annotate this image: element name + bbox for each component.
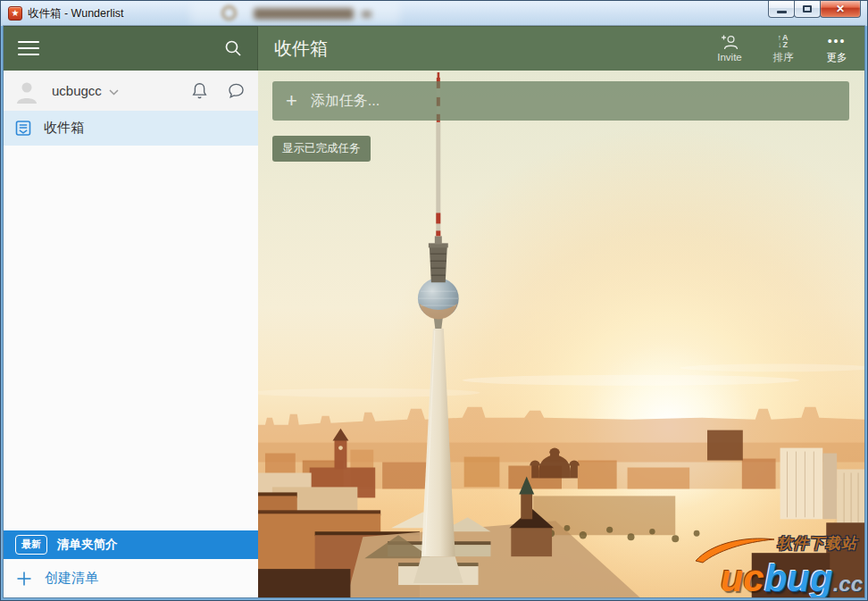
watermark-logo-text: ucbug.cc — [721, 560, 863, 597]
minimize-icon — [777, 11, 787, 13]
create-list-button[interactable]: 创建清单 — [4, 559, 258, 597]
invite-button[interactable]: Invite — [714, 34, 745, 63]
watermark-uc: uc — [721, 557, 764, 597]
menu-icon[interactable] — [18, 37, 39, 60]
username: ucbugcc — [52, 83, 102, 98]
sidebar: ucbugcc — [4, 26, 258, 597]
conversations-button[interactable] — [227, 81, 246, 100]
background-photo: + 添加任务... 显示已完成任务 软件下载站 ucbug.cc — [258, 71, 864, 597]
background-window-artifact — [362, 11, 371, 18]
list-header: 收件箱 Invite — [258, 26, 864, 71]
watermark-cc: .cc — [833, 572, 863, 596]
close-icon: ✕ — [836, 4, 845, 14]
app-window: ★ 收件箱 - Wunderlist ✕ — [0, 0, 868, 601]
more-label: 更多 — [827, 51, 847, 64]
chat-bubble-icon — [227, 81, 246, 100]
sort-label: 排序 — [773, 51, 794, 64]
add-task-placeholder: 添加任务... — [311, 92, 380, 111]
sort-icon: ↑A ↓Z — [778, 33, 789, 49]
page-title: 收件箱 — [274, 37, 328, 61]
chevron-down-icon — [109, 89, 119, 96]
create-list-label: 创建清单 — [45, 570, 98, 587]
ellipsis-icon: ••• — [828, 37, 847, 46]
maximize-icon — [803, 5, 812, 13]
bell-icon — [190, 81, 209, 100]
close-button[interactable]: ✕ — [820, 1, 861, 18]
sort-button[interactable]: ↑A ↓Z 排序 — [768, 33, 798, 64]
search-icon — [223, 38, 243, 58]
background-window-artifact — [221, 5, 237, 21]
list-toolbar: Invite ↑A ↓Z 排序 ••• 更多 — [691, 33, 852, 64]
avatar — [14, 79, 39, 104]
add-person-icon — [720, 34, 739, 50]
main-panel: 收件箱 Invite — [258, 26, 864, 597]
window-content: ucbugcc — [4, 26, 864, 597]
show-completed-button[interactable]: 显示已完成任务 — [272, 136, 371, 162]
minimize-button[interactable] — [768, 1, 795, 18]
folder-intro-label: 清单夹简介 — [57, 537, 118, 553]
new-badge: 最新 — [15, 535, 47, 555]
window-controls: ✕ — [769, 1, 861, 18]
window-title: 收件箱 - Wunderlist — [28, 6, 123, 21]
sidebar-item-inbox[interactable]: 收件箱 — [4, 111, 258, 146]
sidebar-topbar — [4, 26, 258, 71]
invite-label: Invite — [717, 52, 742, 63]
background-window-artifact — [254, 8, 354, 20]
plus-icon: + — [286, 91, 297, 111]
add-task-input[interactable]: + 添加任务... — [272, 81, 849, 121]
star-glyph: ★ — [12, 8, 20, 18]
search-button[interactable] — [223, 38, 243, 58]
sidebar-item-label: 收件箱 — [44, 120, 84, 137]
folder-intro-banner[interactable]: 最新 清单夹简介 — [4, 530, 258, 559]
inbox-icon — [14, 120, 32, 137]
more-button[interactable]: ••• 更多 — [822, 33, 852, 64]
watermark-bug: bug — [764, 557, 833, 597]
watermark-tagline: 软件下载站 — [777, 533, 857, 554]
list-panel: 收件箱 — [4, 111, 258, 597]
ucbug-watermark: 软件下载站 ucbug.cc — [697, 533, 863, 592]
notifications-button[interactable] — [190, 81, 209, 100]
account-menu[interactable]: ucbugcc — [4, 71, 258, 111]
titlebar[interactable]: ★ 收件箱 - Wunderlist ✕ — [1, 1, 867, 26]
maximize-button[interactable] — [794, 1, 821, 18]
plus-icon — [16, 571, 32, 587]
wunderlist-logo-icon: ★ — [8, 6, 22, 21]
